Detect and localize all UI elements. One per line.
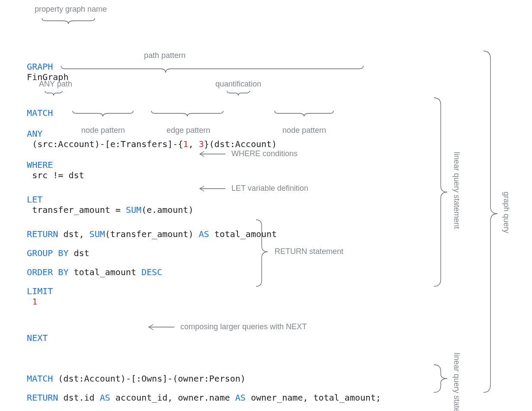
- brace-path-pattern: [61, 66, 363, 73]
- annotation-overlay: [0, 0, 532, 411]
- brace-linear-query-1: [434, 98, 447, 286]
- brace-any-path: [45, 91, 62, 96]
- brace-node-pattern-left: [73, 111, 133, 116]
- brace-linear-query-2: [434, 365, 447, 392]
- arrow-where: [200, 151, 225, 157]
- brace-edge-pattern: [151, 111, 223, 116]
- brace-quantification: [227, 91, 250, 96]
- arrow-let: [200, 186, 225, 191]
- brace-node-pattern-right: [275, 111, 333, 116]
- brace-return-statement: [256, 220, 268, 286]
- arrow-next: [149, 324, 174, 330]
- brace-graph-query: [484, 51, 497, 392]
- brace-property-graph-name: [42, 18, 95, 24]
